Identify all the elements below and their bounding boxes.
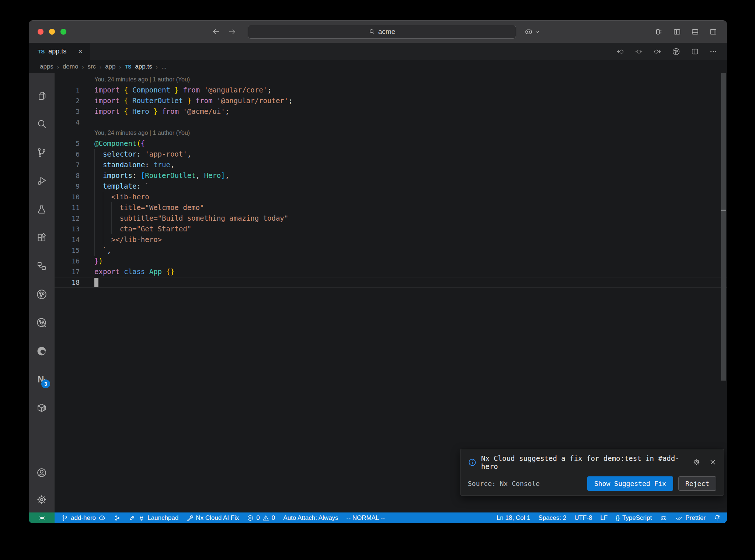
- close-tab-icon[interactable]: ×: [78, 47, 83, 56]
- code-line[interactable]: 9 template: `: [55, 181, 727, 192]
- git-branch-item[interactable]: add-hero: [58, 512, 110, 523]
- notifications-bell-item[interactable]: [710, 512, 725, 523]
- code-line[interactable]: 10 <lib-hero: [55, 192, 727, 202]
- breadcrumb-tail[interactable]: ...: [161, 63, 167, 70]
- accounts-icon[interactable]: [29, 458, 55, 487]
- breadcrumb: apps›demo›src›app›TSapp.ts›...: [29, 60, 727, 73]
- code-line[interactable]: 6 selector: 'app-root',: [55, 149, 727, 160]
- code-line[interactable]: 18: [55, 277, 727, 288]
- notification-close-icon[interactable]: [709, 459, 716, 466]
- next-change-icon[interactable]: [653, 48, 661, 56]
- split-editor-icon[interactable]: [691, 48, 699, 56]
- problems-item[interactable]: 0 0: [243, 512, 279, 523]
- run-debug-icon[interactable]: [29, 167, 55, 195]
- line-number: 1: [55, 85, 80, 95]
- breadcrumb-file[interactable]: app.ts: [135, 63, 152, 70]
- code-line[interactable]: 17export class App {}: [55, 266, 727, 277]
- explorer-icon[interactable]: [29, 81, 55, 110]
- minimize-window-button[interactable]: [49, 29, 55, 35]
- code-line[interactable]: 15 `,: [55, 245, 727, 256]
- open-changes-icon[interactable]: [672, 47, 681, 56]
- copilot-menu[interactable]: [524, 27, 540, 36]
- window-controls: [38, 29, 66, 35]
- previous-change-icon[interactable]: [616, 48, 624, 56]
- nx-cloud-fix-item[interactable]: Nx Cloud AI Fix: [182, 512, 243, 523]
- encoding-item[interactable]: UTF-8: [570, 512, 596, 523]
- code-line[interactable]: 7 standalone: true,: [55, 160, 727, 170]
- project-graph-icon[interactable]: [29, 252, 55, 280]
- code-line[interactable]: 8 imports: [RouterOutlet, Hero],: [55, 170, 727, 181]
- line-number: 9: [55, 181, 80, 192]
- show-suggested-fix-button[interactable]: Show Suggested Fix: [587, 476, 673, 491]
- code-line[interactable]: 3import { Hero } from '@acme/ui';: [55, 106, 727, 117]
- auto-attach-item[interactable]: Auto Attach: Always: [279, 512, 342, 523]
- navigate-forward-icon[interactable]: [228, 27, 237, 36]
- indent-guide: [103, 213, 103, 224]
- copilot-icon: [524, 27, 533, 36]
- line-number: 5: [55, 138, 80, 149]
- breadcrumb-item[interactable]: src: [87, 63, 96, 70]
- remote-indicator[interactable]: ><: [29, 512, 55, 523]
- navigate-back-icon[interactable]: [212, 27, 220, 36]
- chevron-right-icon: ›: [100, 64, 101, 70]
- indent-guide: [103, 234, 103, 245]
- testing-icon[interactable]: [29, 195, 55, 223]
- annotations-toggle-icon[interactable]: [635, 48, 643, 56]
- source-control-icon[interactable]: [29, 138, 55, 167]
- branch-icon: [62, 515, 68, 521]
- code-line[interactable]: 4: [55, 117, 727, 127]
- code-editor[interactable]: You, 24 minutes ago | 1 author (You)1imp…: [55, 73, 727, 512]
- settings-gear-icon[interactable]: [29, 487, 55, 512]
- code-line[interactable]: 2import { RouterOutlet } from '@angular/…: [55, 95, 727, 106]
- vim-mode-item[interactable]: -- NORMAL --: [342, 512, 389, 523]
- containers-icon[interactable]: [29, 393, 55, 422]
- cursor-position-item[interactable]: Ln 18, Col 1: [493, 512, 535, 523]
- editor-scrollbar[interactable]: [721, 73, 726, 381]
- nx-console-icon[interactable]: N› 3: [29, 365, 55, 393]
- indent-guide: [94, 181, 95, 192]
- search-sidebar-icon[interactable]: [29, 110, 55, 138]
- indent-guide: [103, 192, 103, 202]
- blame-annotation[interactable]: You, 24 minutes ago | 1 author (You): [55, 74, 727, 85]
- extensions-icon[interactable]: [29, 223, 55, 252]
- edge-tools-icon[interactable]: [29, 337, 55, 365]
- code-line[interactable]: 14 ></lib-hero>: [55, 234, 727, 245]
- code-line[interactable]: 1import { Component } from '@angular/cor…: [55, 85, 727, 95]
- warning-icon: [262, 515, 269, 521]
- wrench-icon: [187, 515, 193, 521]
- blame-annotation[interactable]: You, 24 minutes ago | 1 author (You): [55, 127, 727, 138]
- zoom-window-button[interactable]: [60, 29, 66, 35]
- breadcrumb-item[interactable]: demo: [63, 63, 79, 70]
- copilot-status-item[interactable]: [656, 512, 671, 523]
- more-actions-icon[interactable]: [709, 48, 717, 56]
- tab-app-ts[interactable]: TS app.ts ×: [29, 43, 90, 60]
- close-window-button[interactable]: [38, 29, 44, 35]
- git-search-icon[interactable]: [29, 308, 55, 337]
- toggle-panel-icon[interactable]: [691, 28, 699, 36]
- code-line[interactable]: 16}): [55, 256, 727, 266]
- prettier-item[interactable]: Prettier: [671, 512, 710, 523]
- breadcrumb-item[interactable]: app: [105, 63, 115, 70]
- code-line[interactable]: 13 cta="Get Started": [55, 224, 727, 234]
- rocket-icon: [129, 514, 136, 521]
- indent-guide: [94, 224, 95, 234]
- toggle-primary-sidebar-icon[interactable]: [673, 28, 681, 36]
- eol-item[interactable]: LF: [596, 512, 612, 523]
- code-line[interactable]: 12 subtitle="Build something amazing tod…: [55, 213, 727, 224]
- customize-layout-icon[interactable]: [655, 28, 663, 36]
- code-line[interactable]: 5@Component({: [55, 138, 727, 149]
- reject-button[interactable]: Reject: [678, 476, 716, 491]
- indentation-item[interactable]: Spaces: 2: [535, 512, 571, 523]
- language-mode-item[interactable]: {} TypeScript: [612, 512, 656, 523]
- breadcrumb-item[interactable]: apps: [40, 63, 53, 70]
- git-graph-status-item[interactable]: [110, 512, 125, 523]
- git-graph-icon[interactable]: [29, 280, 55, 308]
- launchpad-item[interactable]: Launchpad: [125, 512, 182, 523]
- command-center-search[interactable]: acme: [248, 25, 516, 39]
- double-check-icon: [675, 514, 683, 522]
- toggle-secondary-sidebar-icon[interactable]: [709, 28, 717, 36]
- code-line[interactable]: 11 title="Welcmoe demo": [55, 202, 727, 213]
- line-number: 10: [55, 192, 80, 202]
- plug-icon: [138, 515, 145, 521]
- notification-settings-icon[interactable]: [693, 458, 700, 466]
